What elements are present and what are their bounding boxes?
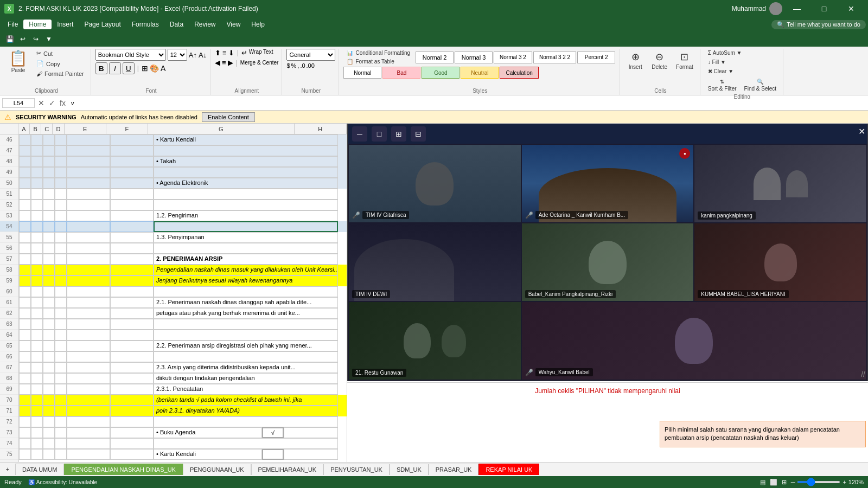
cell-b53[interactable] bbox=[31, 210, 43, 221]
cell-d70[interactable] bbox=[55, 395, 67, 406]
cell-a57[interactable] bbox=[19, 254, 31, 265]
cell-e63[interactable] bbox=[67, 319, 110, 330]
cell-b73[interactable] bbox=[31, 427, 43, 438]
cell-b63[interactable] bbox=[31, 319, 43, 330]
cell-b74[interactable] bbox=[31, 438, 43, 449]
bold-button[interactable]: B bbox=[95, 62, 107, 74]
cell-a55[interactable] bbox=[19, 232, 31, 243]
cell-c64[interactable] bbox=[43, 330, 55, 341]
row-num-51[interactable]: 51 bbox=[0, 189, 18, 200]
row-num-71[interactable]: 71 bbox=[0, 406, 18, 416]
cell-f70[interactable] bbox=[110, 395, 154, 406]
col-header-f[interactable]: F bbox=[106, 124, 148, 134]
col-header-a[interactable]: A bbox=[18, 124, 30, 134]
cell-e61[interactable] bbox=[67, 297, 110, 308]
cell-g67[interactable]: 2.3. Arsip yang diterima didistribusikan… bbox=[154, 362, 338, 373]
cell-d68[interactable] bbox=[55, 373, 67, 384]
comma-button[interactable]: , bbox=[297, 62, 299, 69]
cell-c52[interactable] bbox=[43, 200, 55, 210]
cell-f66[interactable] bbox=[110, 351, 154, 362]
sheet-tab-pengendalian[interactable]: PENGENDALIAN NASKAH DINAS_UK bbox=[64, 464, 183, 475]
cell-b52[interactable] bbox=[31, 200, 43, 210]
cell-e49[interactable] bbox=[67, 167, 110, 178]
menu-page-layout[interactable]: Page Layout bbox=[79, 20, 126, 29]
cell-b64[interactable] bbox=[31, 330, 43, 341]
cell-f57[interactable] bbox=[110, 254, 154, 265]
sheet-tab-pemeliharaan[interactable]: PEMELIHARAAN_UK bbox=[251, 464, 324, 475]
row-num-74[interactable]: 74 bbox=[0, 438, 18, 449]
style-normal3[interactable]: Normal 3 bbox=[455, 52, 493, 63]
cell-a66[interactable] bbox=[19, 351, 31, 362]
cell-e57[interactable] bbox=[67, 254, 110, 265]
cell-a74[interactable] bbox=[19, 438, 31, 449]
row-num-48[interactable]: 48 bbox=[0, 156, 18, 167]
cell-d71[interactable] bbox=[55, 406, 67, 416]
page-break-button[interactable]: ⊞ bbox=[782, 479, 787, 486]
cell-b60[interactable] bbox=[31, 286, 43, 297]
cell-e60[interactable] bbox=[67, 286, 110, 297]
cell-e71[interactable] bbox=[67, 406, 110, 416]
cell-d51[interactable] bbox=[55, 189, 67, 200]
cell-b68[interactable] bbox=[31, 373, 43, 384]
close-button[interactable]: ✕ bbox=[839, 0, 864, 17]
col-header-d[interactable]: D bbox=[53, 124, 64, 134]
qa-more[interactable]: ▼ bbox=[43, 34, 54, 44]
cell-a69[interactable] bbox=[19, 384, 31, 395]
cell-d48[interactable] bbox=[55, 156, 67, 167]
cell-g75[interactable]: • Kartu Kendali bbox=[154, 449, 262, 460]
cell-a72[interactable] bbox=[19, 416, 31, 427]
cell-e54[interactable] bbox=[67, 221, 110, 232]
cell-e47[interactable] bbox=[67, 145, 110, 156]
cell-d57[interactable] bbox=[55, 254, 67, 265]
cell-g48[interactable]: • Takah bbox=[154, 156, 338, 167]
cell-c49[interactable] bbox=[43, 167, 55, 178]
menu-formulas[interactable]: Formulas bbox=[126, 20, 164, 29]
cell-d74[interactable] bbox=[55, 438, 67, 449]
cell-a71[interactable] bbox=[19, 406, 31, 416]
cell-e69[interactable] bbox=[67, 384, 110, 395]
cell-b69[interactable] bbox=[31, 384, 43, 395]
cell-d61[interactable] bbox=[55, 297, 67, 308]
cell-c60[interactable] bbox=[43, 286, 55, 297]
cell-a62[interactable] bbox=[19, 308, 31, 319]
cell-b70[interactable] bbox=[31, 395, 43, 406]
cell-b67[interactable] bbox=[31, 362, 43, 373]
sheet-tab-data-umum[interactable]: DATA UMUM bbox=[15, 464, 64, 475]
cell-f50[interactable] bbox=[110, 178, 154, 189]
cell-a47[interactable] bbox=[19, 145, 31, 156]
col-header-g[interactable]: G bbox=[148, 124, 295, 134]
cell-b66[interactable] bbox=[31, 351, 43, 362]
cell-f75[interactable] bbox=[110, 449, 154, 460]
row-num-50[interactable]: 50 bbox=[0, 178, 18, 189]
cell-c63[interactable] bbox=[43, 319, 55, 330]
align-left-button[interactable]: ◀ bbox=[215, 59, 220, 67]
cell-c61[interactable] bbox=[43, 297, 55, 308]
cell-g58[interactable]: Pengendalian naskah dinas masuk yang dil… bbox=[154, 265, 338, 275]
cell-f53[interactable] bbox=[110, 210, 154, 221]
cell-f56[interactable] bbox=[110, 243, 154, 254]
cell-c48[interactable] bbox=[43, 156, 55, 167]
row-num-63[interactable]: 63 bbox=[0, 319, 18, 330]
cell-e55[interactable] bbox=[67, 232, 110, 243]
style-percent2[interactable]: Percent 2 bbox=[577, 52, 615, 63]
cell-f59[interactable] bbox=[110, 275, 154, 286]
cell-a68[interactable] bbox=[19, 373, 31, 384]
style-normal32[interactable]: Normal 3 2 bbox=[494, 52, 532, 63]
cell-c66[interactable] bbox=[43, 351, 55, 362]
cancel-formula-icon[interactable]: ✕ bbox=[37, 99, 46, 107]
cell-e68[interactable] bbox=[67, 373, 110, 384]
col-header-c[interactable]: C bbox=[41, 124, 53, 134]
menu-data[interactable]: Data bbox=[164, 20, 189, 29]
row-num-58[interactable]: 58 bbox=[0, 265, 18, 275]
cell-e67[interactable] bbox=[67, 362, 110, 373]
menu-file[interactable]: File bbox=[2, 20, 23, 29]
row-num-72[interactable]: 72 bbox=[0, 416, 18, 427]
row-num-59[interactable]: 59 bbox=[0, 275, 18, 286]
cell-a46[interactable] bbox=[19, 134, 31, 145]
wrap-text-button[interactable]: ↵ bbox=[241, 49, 247, 57]
cell-b75[interactable] bbox=[31, 449, 43, 460]
cell-d62[interactable] bbox=[55, 308, 67, 319]
cell-d52[interactable] bbox=[55, 200, 67, 210]
cell-f54[interactable] bbox=[110, 221, 154, 232]
insert-button[interactable]: ⊕ Insert bbox=[624, 49, 646, 72]
